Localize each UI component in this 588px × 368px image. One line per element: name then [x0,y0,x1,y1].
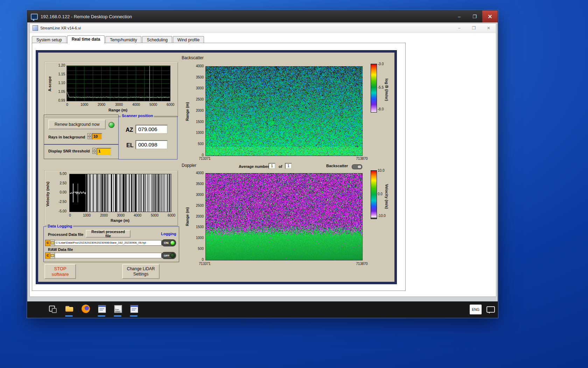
tick-label: 713870 [353,157,371,161]
tick-label: 1000 [192,236,204,240]
raw-file-label: RAW Data file [48,247,73,252]
backscatter-colorbar-label: log B (/m/sr) [385,67,389,113]
tick-label: 6000 [164,213,178,218]
language-indicator[interactable]: ENG [470,305,482,314]
snr-label: Display SNR threshold [48,149,90,153]
stop-label: STOP [54,266,66,272]
data-logging-title: Data Logging [47,224,73,228]
tick-label: 1.05 [53,90,65,94]
tab-page: A-scope 1.20 1.15 1.10 1.05 0.99 0 1000 … [32,43,406,291]
backscatter-plot [205,66,363,156]
tick-label: 2000 [97,213,111,218]
change-lidar-settings-button[interactable]: Change LiDAR Settings [122,264,160,279]
rays-stepper[interactable]: ▲ ▼ [88,133,91,139]
toggle-state-label: ON [162,241,170,245]
drive-badge: C [45,252,50,259]
active-app-indicator [130,315,138,316]
firefox-icon[interactable] [81,304,90,313]
tick-label: 0 [60,103,74,107]
restart-processed-file-button[interactable]: Restart processed file [86,230,131,238]
tick-label: 2500 [192,204,204,208]
raw-path-field[interactable] [55,253,162,258]
scanner-position-group: Scanner position AZ 079.006 EL 000.098 [118,116,177,159]
notifications-icon[interactable] [486,306,495,313]
tab-system-setup[interactable]: System setup [32,36,66,43]
tick-label: 4000 [192,171,204,175]
active-app-indicator [65,315,73,316]
app-restore-button[interactable]: ❐ [467,23,481,33]
maximize-button[interactable]: ❐ [467,11,482,22]
of-label: of [279,164,282,169]
logging-label: Logging [160,232,177,236]
el-label: EL [126,142,133,149]
increment-icon[interactable]: ▲ [92,148,96,151]
app-titlebar[interactable]: StreamLine XR v14-6.vi – ❐ ✕ [30,23,496,33]
rdp-titlebar[interactable]: 192.168.0.122 - Remote Desktop Connectio… [27,11,498,22]
stop-software-button[interactable]: STOP software [44,264,76,279]
renew-background-button[interactable]: Renew background now [48,120,106,129]
drive-badge: C [45,240,50,246]
velocity-plot [69,174,172,212]
doppler-colorbar-label: Velocity (m/s) [385,173,389,219]
folder-icon [51,254,54,257]
change-settings-label: Settings [133,272,148,277]
front-panel: A-scope 1.20 1.15 1.10 1.05 0.99 0 1000 … [36,50,397,284]
average-number-value[interactable]: 1 [268,163,275,169]
stop-label: software [51,272,69,277]
tab-temp-humidity[interactable]: Temp/humidity [105,36,141,43]
labview-vi-icon[interactable] [97,304,106,313]
velocity-ylabel: Velocity (m/s) [46,176,50,212]
raw-logging-toggle[interactable]: OFF [161,252,176,259]
file-explorer-icon[interactable] [65,304,74,313]
tab-real-time-data[interactable]: Real time data [67,35,105,43]
task-view-icon[interactable] [48,304,57,313]
remote-desktop: StreamLine XR v14-6.vi – ❐ ✕ System setu… [27,22,498,318]
tick-label: 10.0 [378,169,384,173]
tick-label: 3000 [192,193,204,197]
rays-value[interactable]: 10 [92,133,102,140]
backscatter-toggle[interactable] [352,164,362,169]
tick-label: 1000 [77,103,91,107]
close-button[interactable]: ✕ [482,11,498,22]
tab-wind-profile[interactable]: Wind profile [173,36,204,43]
average-total-value: 1 [285,163,292,169]
app-icon [33,25,38,31]
tick-label: 3000 [114,213,128,218]
app-close-button[interactable]: ✕ [481,23,496,33]
minimize-button[interactable]: – [451,11,467,22]
tick-label: -5.5 [378,86,384,90]
tick-label: 5000 [148,213,162,218]
tick-label: 2000 [192,109,204,113]
processed-logging-toggle[interactable]: ON [161,239,176,246]
on-led-icon [170,240,175,245]
tick-label: 3500 [192,75,204,80]
change-settings-label: Change LiDAR [127,266,155,272]
scan-schedule-icon[interactable]: Scansched [113,304,122,313]
tick-label: 1.10 [53,81,65,85]
tick-label: 0 [192,258,204,262]
snr-stepper[interactable]: ▲ ▼ [92,148,96,154]
browse-button[interactable] [50,252,55,259]
tick-label: 4000 [192,64,204,68]
az-label: AZ [126,127,133,133]
decrement-icon[interactable]: ▼ [88,136,91,139]
increment-icon[interactable]: ▲ [88,133,91,136]
tab-scheduling[interactable]: Scheduling [142,36,172,43]
el-value: 000.098 [135,140,168,149]
tick-label: 2000 [192,214,204,219]
browse-button[interactable] [50,240,55,246]
tick-label: 1.15 [53,72,65,76]
labview-vi-icon[interactable] [130,304,139,313]
doppler-colorbar [371,170,377,219]
tick-label: 2500 [192,97,204,102]
snr-value[interactable]: 1 [97,148,111,155]
tick-label: 0.0 [378,192,383,196]
processed-path-field[interactable]: C:\Lidar\Data\Proc\2023\202309\20230906\… [55,240,162,246]
rdp-computer-icon [31,14,38,20]
tick-label: 0.99 [53,98,65,103]
app-minimize-button[interactable]: – [452,23,467,33]
decrement-icon[interactable]: ▼ [92,151,96,154]
tick-label: 3000 [192,86,204,90]
tick-label: 5.00 [55,172,66,176]
tick-label: 1.20 [53,63,65,68]
